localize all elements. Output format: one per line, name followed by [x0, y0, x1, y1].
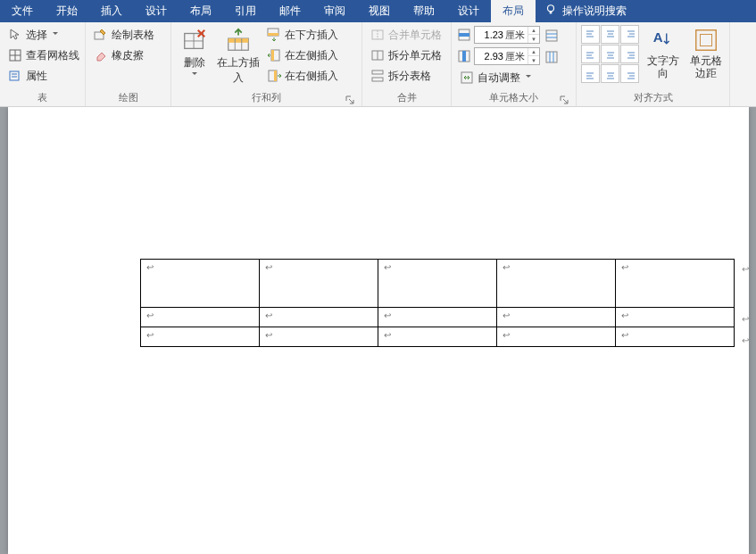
- cell-margins-label: 单元格边距: [689, 55, 723, 80]
- eraser-button[interactable]: 橡皮擦: [90, 45, 158, 65]
- table-cell[interactable]: ↩: [615, 260, 734, 308]
- delete-button[interactable]: 删除: [176, 25, 213, 78]
- cell-margins-button[interactable]: 单元格边距: [687, 25, 725, 80]
- row-height-input[interactable]: 厘米 ▲▼: [474, 26, 540, 44]
- tab-table-design[interactable]: 设计: [446, 0, 491, 22]
- tab-design[interactable]: 设计: [134, 0, 179, 22]
- tab-file[interactable]: 文件: [0, 0, 45, 22]
- tab-references[interactable]: 引用: [223, 0, 268, 22]
- table-row[interactable]: ↩ ↩ ↩ ↩ ↩: [140, 260, 734, 308]
- group-label-table: 表: [4, 91, 80, 106]
- merge-cells-label: 合并单元格: [388, 28, 442, 43]
- view-gridlines-button[interactable]: 查看网格线: [4, 45, 83, 65]
- alignment-grid: [581, 25, 639, 83]
- insert-right-button[interactable]: 在右侧插入: [263, 66, 342, 86]
- spin-down[interactable]: ▼: [528, 56, 539, 64]
- cursor-icon: [8, 28, 22, 42]
- tab-mailings[interactable]: 邮件: [268, 0, 312, 22]
- split-table-button[interactable]: 拆分表格: [367, 66, 445, 86]
- document-table[interactable]: ↩ ↩ ↩ ↩ ↩ ↩ ↩ ↩ ↩ ↩ ↩ ↩: [140, 259, 735, 347]
- table-cell[interactable]: ↩: [378, 327, 496, 347]
- pencil-table-icon: [94, 28, 108, 42]
- delete-table-icon: [181, 27, 208, 54]
- tab-review[interactable]: 审阅: [312, 0, 357, 22]
- text-direction-button[interactable]: A 文字方向: [643, 25, 684, 80]
- table-cell[interactable]: ↩: [378, 308, 496, 327]
- row-height-value[interactable]: [475, 29, 505, 40]
- insert-left-button[interactable]: 在左侧插入: [263, 45, 342, 65]
- dialog-launcher-rows-cols[interactable]: [345, 95, 355, 105]
- table-cell[interactable]: ↩: [259, 327, 378, 347]
- align-mid-center[interactable]: [601, 45, 619, 63]
- tab-home[interactable]: 开始: [45, 0, 89, 22]
- tab-insert[interactable]: 插入: [89, 0, 134, 22]
- col-width-input[interactable]: 厘米 ▲▼: [474, 47, 540, 65]
- svg-rect-36: [546, 52, 557, 62]
- view-gridlines-label: 查看网格线: [26, 48, 79, 63]
- table-cell[interactable]: ↩: [140, 260, 259, 308]
- unit-label-h: 厘米: [505, 29, 528, 42]
- table-cell[interactable]: ↩: [496, 260, 615, 308]
- spin-down[interactable]: ▼: [528, 35, 539, 43]
- col-width-value[interactable]: [475, 51, 505, 62]
- insert-above-button[interactable]: 在上方插入: [213, 25, 263, 86]
- spin-up[interactable]: ▲: [528, 48, 539, 56]
- align-top-center[interactable]: [601, 25, 619, 44]
- table-cell[interactable]: ↩: [378, 260, 496, 308]
- split-cells-button[interactable]: 拆分单元格: [367, 45, 445, 65]
- autofit-button[interactable]: 自动调整: [456, 68, 540, 87]
- table-cell[interactable]: ↩: [140, 327, 259, 347]
- properties-button[interactable]: 属性: [4, 66, 83, 86]
- table-row[interactable]: ↩ ↩ ↩ ↩ ↩: [140, 327, 734, 347]
- merge-cells-icon: [370, 28, 385, 42]
- distribute-rows-button[interactable]: [543, 26, 561, 45]
- split-cells-icon: [370, 48, 385, 62]
- lightbulb-icon: [544, 4, 557, 19]
- dialog-launcher-cell-size[interactable]: [559, 95, 569, 105]
- split-table-icon: [370, 69, 385, 83]
- delete-label: 删除: [184, 55, 205, 70]
- svg-rect-19: [271, 50, 274, 61]
- align-top-left[interactable]: [581, 25, 600, 44]
- insert-below-button[interactable]: 在下方插入: [263, 25, 342, 45]
- table-cell[interactable]: ↩: [615, 327, 734, 347]
- tab-view[interactable]: 视图: [357, 0, 402, 22]
- merge-cells-button[interactable]: 合并单元格: [367, 25, 445, 45]
- align-bot-right[interactable]: [620, 64, 639, 83]
- insert-above-label: 在上方插入: [215, 55, 262, 86]
- select-label: 选择: [26, 28, 47, 43]
- tab-layout[interactable]: 布局: [179, 0, 223, 22]
- table-cell[interactable]: ↩: [259, 308, 378, 327]
- svg-rect-21: [274, 70, 277, 81]
- tell-me-label: 操作说明搜索: [562, 4, 627, 19]
- table-cell[interactable]: ↩: [140, 308, 259, 327]
- align-mid-left[interactable]: [581, 45, 600, 63]
- align-top-right[interactable]: [620, 25, 639, 44]
- svg-text:A: A: [653, 29, 663, 45]
- spin-up[interactable]: ▲: [528, 27, 539, 35]
- tell-me-search[interactable]: 操作说明搜索: [536, 0, 636, 22]
- table-cell[interactable]: ↩: [496, 308, 615, 327]
- unit-label-w: 厘米: [505, 50, 528, 63]
- table-row[interactable]: ↩ ↩ ↩ ↩ ↩: [140, 308, 734, 327]
- draw-table-button[interactable]: 绘制表格: [90, 25, 158, 45]
- tab-table-layout[interactable]: 布局: [491, 0, 536, 22]
- insert-right-icon: [267, 69, 281, 83]
- table-cell[interactable]: ↩: [496, 327, 615, 347]
- page[interactable]: ↩ ↩ ↩ ↩ ↩ ↩ ↩ ↩ ↩ ↩ ↩ ↩: [8, 107, 749, 554]
- row-height-icon: [456, 28, 472, 42]
- tab-help[interactable]: 帮助: [402, 0, 446, 22]
- select-button[interactable]: 选择: [4, 25, 83, 45]
- table-cell[interactable]: ↩: [259, 260, 378, 308]
- table-cell[interactable]: ↩: [615, 308, 734, 327]
- align-mid-right[interactable]: [620, 45, 639, 63]
- draw-table-label: 绘制表格: [112, 28, 154, 43]
- align-bot-left[interactable]: [581, 64, 600, 83]
- distribute-cols-button[interactable]: [543, 47, 561, 67]
- autofit-label: 自动调整: [478, 70, 520, 86]
- align-bot-center[interactable]: [601, 64, 619, 83]
- svg-rect-13: [228, 38, 249, 43]
- insert-below-label: 在下方插入: [285, 28, 338, 43]
- insert-left-icon: [267, 48, 281, 62]
- svg-rect-67: [696, 30, 717, 51]
